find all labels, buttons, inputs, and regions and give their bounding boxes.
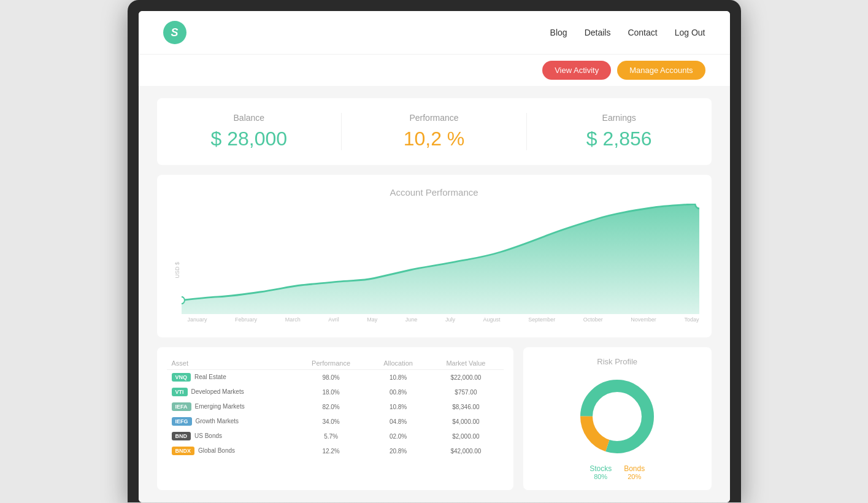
svg-point-0 xyxy=(182,297,185,304)
asset-allocation-cell: 10.8% xyxy=(368,399,428,414)
month-may: May xyxy=(367,317,377,323)
chart-container: USD $ xyxy=(169,204,699,314)
asset-tag: BND xyxy=(172,432,191,440)
laptop-screen: S Blog Details Contact Log Out View Acti… xyxy=(139,11,730,502)
earnings-value: $ 2,856 xyxy=(539,128,699,150)
month-aug: August xyxy=(483,317,501,323)
asset-market-value-cell: $2,000.00 xyxy=(428,429,504,443)
balance-stat: Balance $ 28,000 xyxy=(157,113,342,150)
assets-table: Asset Performance Allocation Market Valu… xyxy=(167,357,504,458)
performance-value: 10,2 % xyxy=(354,128,514,150)
month-jul: July xyxy=(445,317,455,323)
asset-name-cell: BNDXGlobal Bonds xyxy=(167,443,294,458)
asset-performance-cell: 82.0% xyxy=(294,399,368,414)
asset-allocation-cell: 20.8% xyxy=(368,443,428,458)
asset-tag: VNQ xyxy=(172,373,191,382)
asset-performance-cell: 34.0% xyxy=(294,414,368,429)
screen-bezel: S Blog Details Contact Log Out View Acti… xyxy=(128,0,741,502)
table-row: VTIDeveloped Markets 18.0% 00.8% $757.00 xyxy=(167,385,504,399)
asset-name-cell: VNQReal Estate xyxy=(167,370,294,385)
bonds-label: Bonds 20% xyxy=(624,464,645,480)
nav-blog[interactable]: Blog xyxy=(550,28,567,37)
logo: S xyxy=(163,21,186,44)
asset-market-value-cell: $4,000.00 xyxy=(428,414,504,429)
chart-section: Account Performance USD $ xyxy=(157,175,712,337)
earnings-stat: Earnings $ 2,856 xyxy=(527,113,712,150)
table-row: IEFAEmerging Markets 82.0% 10.8% $8,346.… xyxy=(167,399,504,414)
stocks-label: Stocks 80% xyxy=(590,464,612,480)
action-buttons-row: View Activity Manage Accounts xyxy=(139,55,730,86)
performance-stat: Performance 10,2 % xyxy=(342,113,527,150)
nav-links: Blog Details Contact Log Out xyxy=(550,27,705,38)
month-nov: November xyxy=(631,317,656,323)
asset-market-value-cell: $8,346.00 xyxy=(428,399,504,414)
main-nav: Blog Details Contact Log Out xyxy=(550,27,705,38)
balance-label: Balance xyxy=(169,113,329,123)
nav-logout[interactable]: Log Out xyxy=(675,28,705,37)
month-mar: March xyxy=(285,317,301,323)
nav-contact[interactable]: Contact xyxy=(628,28,657,37)
asset-name-cell: IEFGGrowth Markets xyxy=(167,414,294,429)
table-row: VNQReal Estate 98.0% 10.8% $22,000.00 xyxy=(167,370,504,385)
laptop-frame: S Blog Details Contact Log Out View Acti… xyxy=(128,0,741,503)
col-asset: Asset xyxy=(167,357,294,370)
asset-market-value-cell: $22,000.00 xyxy=(428,370,504,385)
asset-allocation-cell: 10.8% xyxy=(368,370,428,385)
manage-accounts-button[interactable]: Manage Accounts xyxy=(617,61,705,80)
chart-title: Account Performance xyxy=(169,187,699,198)
risk-title: Risk Profile xyxy=(597,357,637,366)
asset-tag: IEFA xyxy=(172,402,191,411)
table-row: IEFGGrowth Markets 34.0% 04.8% $4,000.00 xyxy=(167,414,504,429)
asset-performance-cell: 5.7% xyxy=(294,429,368,443)
asset-name-cell: BNDUS Bonds xyxy=(167,429,294,443)
asset-performance-cell: 12.2% xyxy=(294,443,368,458)
balance-value: $ 28,000 xyxy=(169,128,329,150)
asset-market-value-cell: $42,000.00 xyxy=(428,443,504,458)
asset-allocation-cell: 00.8% xyxy=(368,385,428,399)
asset-market-value-cell: $757.00 xyxy=(428,385,504,399)
view-activity-button[interactable]: View Activity xyxy=(542,61,611,80)
month-sep: September xyxy=(528,317,555,323)
month-avr: Avril xyxy=(328,317,339,323)
chart-months: January February March Avril May June Ju… xyxy=(188,314,699,325)
month-jan: January xyxy=(188,317,207,323)
risk-section: Risk Profile St xyxy=(523,347,712,490)
col-allocation: Allocation xyxy=(368,357,428,370)
earnings-label: Earnings xyxy=(539,113,699,123)
nav-details[interactable]: Details xyxy=(585,28,611,37)
performance-label: Performance xyxy=(354,113,514,123)
table-row: BNDUS Bonds 5.7% 02.0% $2,000.00 xyxy=(167,429,504,443)
month-oct: October xyxy=(583,317,603,323)
asset-allocation-cell: 02.0% xyxy=(368,429,428,443)
month-feb: February xyxy=(235,317,257,323)
main-content: Balance $ 28,000 Performance 10,2 % Earn… xyxy=(139,86,730,502)
month-jun: June xyxy=(405,317,418,323)
asset-performance-cell: 98.0% xyxy=(294,370,368,385)
donut-labels: Stocks 80% Bonds 20% xyxy=(590,464,645,480)
asset-tag: BNDX xyxy=(172,447,195,455)
asset-tag: IEFG xyxy=(172,417,192,426)
chart-y-label: USD $ xyxy=(174,262,180,278)
asset-name-cell: VTIDeveloped Markets xyxy=(167,385,294,399)
bottom-section: Asset Performance Allocation Market Valu… xyxy=(157,347,712,490)
asset-tag: VTI xyxy=(172,388,188,396)
asset-name-cell: IEFAEmerging Markets xyxy=(167,399,294,414)
col-performance: Performance xyxy=(294,357,368,370)
assets-table-section: Asset Performance Allocation Market Valu… xyxy=(157,347,513,490)
table-row: BNDXGlobal Bonds 12.2% 20.8% $42,000.00 xyxy=(167,443,504,458)
stats-row: Balance $ 28,000 Performance 10,2 % Earn… xyxy=(157,98,712,165)
col-market-value: Market Value xyxy=(428,357,504,370)
asset-allocation-cell: 04.8% xyxy=(368,414,428,429)
asset-performance-cell: 18.0% xyxy=(294,385,368,399)
app-header: S Blog Details Contact Log Out xyxy=(139,11,730,55)
chart-svg xyxy=(182,204,699,314)
donut-chart xyxy=(574,374,660,459)
month-today: Today xyxy=(684,317,699,323)
